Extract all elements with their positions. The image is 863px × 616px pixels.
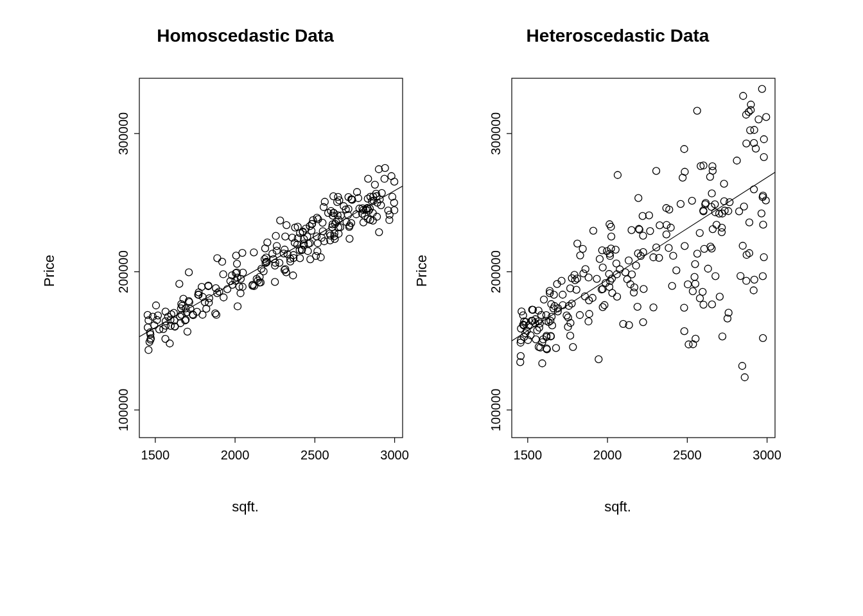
svg-point-343 bbox=[541, 296, 548, 303]
right-panel: Heteroscedastic Data Price 1500200025003… bbox=[451, 26, 785, 515]
svg-point-131 bbox=[319, 228, 326, 235]
svg-point-300 bbox=[684, 281, 692, 288]
svg-text:2000: 2000 bbox=[221, 448, 250, 462]
svg-point-256 bbox=[145, 346, 152, 354]
chart-container: Homoscedastic Data Price 150020002500300… bbox=[78, 0, 785, 515]
svg-point-168 bbox=[381, 175, 388, 182]
svg-point-412 bbox=[692, 261, 699, 268]
svg-point-385 bbox=[692, 280, 699, 287]
svg-point-170 bbox=[145, 317, 152, 324]
svg-point-257 bbox=[277, 217, 284, 224]
svg-point-338 bbox=[640, 319, 647, 326]
svg-point-251 bbox=[239, 250, 246, 257]
svg-point-502 bbox=[574, 240, 581, 247]
svg-point-490 bbox=[607, 223, 615, 230]
svg-point-396 bbox=[709, 226, 716, 233]
svg-point-341 bbox=[645, 212, 652, 219]
svg-point-417 bbox=[628, 227, 635, 234]
svg-point-471 bbox=[737, 273, 744, 280]
svg-point-127 bbox=[220, 294, 227, 301]
svg-point-296 bbox=[755, 116, 762, 123]
svg-point-193 bbox=[234, 261, 241, 268]
left-panel: Homoscedastic Data Price 150020002500300… bbox=[78, 26, 412, 515]
svg-point-310 bbox=[550, 291, 557, 298]
svg-point-290 bbox=[713, 221, 720, 228]
svg-point-455 bbox=[747, 101, 754, 108]
svg-point-448 bbox=[708, 245, 715, 252]
y-axis-label-right: Price bbox=[414, 255, 430, 287]
svg-point-334 bbox=[708, 190, 715, 197]
svg-point-347 bbox=[656, 222, 663, 229]
svg-point-359 bbox=[760, 135, 767, 142]
svg-point-469 bbox=[640, 232, 647, 239]
svg-point-158 bbox=[272, 278, 279, 286]
svg-point-456 bbox=[559, 291, 566, 298]
svg-point-50 bbox=[184, 328, 191, 335]
svg-point-383 bbox=[677, 200, 684, 207]
svg-point-440 bbox=[708, 301, 715, 308]
svg-point-160 bbox=[205, 283, 212, 290]
svg-point-323 bbox=[567, 332, 574, 339]
svg-point-484 bbox=[589, 227, 597, 234]
svg-point-315 bbox=[712, 273, 719, 280]
svg-point-352 bbox=[582, 266, 589, 273]
svg-point-464 bbox=[691, 273, 698, 280]
svg-point-374 bbox=[650, 304, 657, 311]
svg-point-419 bbox=[738, 363, 745, 370]
svg-point-462 bbox=[653, 167, 660, 175]
svg-point-235 bbox=[374, 213, 381, 220]
svg-point-526 bbox=[632, 262, 640, 269]
svg-point-331 bbox=[579, 245, 586, 252]
svg-point-166 bbox=[220, 271, 227, 278]
svg-point-516 bbox=[607, 245, 615, 252]
svg-point-397 bbox=[635, 194, 642, 201]
svg-point-432 bbox=[570, 343, 577, 350]
svg-point-288 bbox=[760, 334, 767, 341]
svg-point-438 bbox=[564, 323, 571, 330]
svg-point-463 bbox=[693, 107, 701, 114]
svg-text:200000: 200000 bbox=[489, 250, 503, 293]
svg-point-454 bbox=[639, 212, 646, 219]
svg-point-517 bbox=[747, 127, 754, 134]
svg-point-489 bbox=[681, 304, 688, 311]
svg-point-361 bbox=[670, 252, 677, 259]
svg-point-222 bbox=[214, 255, 221, 262]
svg-point-481 bbox=[623, 276, 631, 283]
svg-point-40 bbox=[290, 272, 297, 279]
svg-point-368 bbox=[599, 304, 606, 311]
svg-point-208 bbox=[152, 302, 159, 309]
svg-point-446 bbox=[751, 276, 758, 283]
svg-point-370 bbox=[577, 252, 584, 259]
svg-point-294 bbox=[692, 335, 699, 342]
y-axis-label-left: Price bbox=[41, 255, 58, 287]
svg-point-521 bbox=[547, 317, 554, 324]
svg-point-316 bbox=[681, 243, 688, 250]
svg-point-282 bbox=[613, 293, 620, 300]
svg-point-214 bbox=[264, 239, 271, 246]
svg-point-285 bbox=[647, 228, 654, 235]
svg-point-244 bbox=[360, 219, 367, 226]
svg-point-371 bbox=[585, 318, 592, 325]
svg-point-223 bbox=[307, 256, 314, 263]
svg-point-506 bbox=[614, 171, 621, 178]
svg-point-405 bbox=[700, 301, 707, 308]
svg-point-426 bbox=[751, 186, 758, 193]
svg-point-487 bbox=[759, 273, 766, 280]
svg-point-436 bbox=[688, 197, 695, 204]
svg-point-507 bbox=[740, 203, 747, 210]
svg-point-113 bbox=[250, 249, 257, 256]
svg-point-155 bbox=[386, 216, 393, 223]
svg-point-482 bbox=[567, 285, 574, 292]
scatter-plot-left: 1500200025003000100000200000300000 bbox=[78, 65, 412, 476]
svg-point-213 bbox=[283, 221, 290, 228]
svg-text:100000: 100000 bbox=[116, 389, 130, 432]
svg-point-458 bbox=[693, 250, 701, 257]
svg-point-70 bbox=[198, 284, 205, 291]
svg-point-520 bbox=[668, 282, 676, 289]
svg-text:200000: 200000 bbox=[116, 250, 130, 293]
svg-point-497 bbox=[634, 304, 641, 311]
svg-point-261 bbox=[388, 173, 395, 180]
svg-point-30 bbox=[376, 228, 383, 235]
svg-point-508 bbox=[625, 257, 632, 264]
svg-point-335 bbox=[696, 295, 703, 302]
